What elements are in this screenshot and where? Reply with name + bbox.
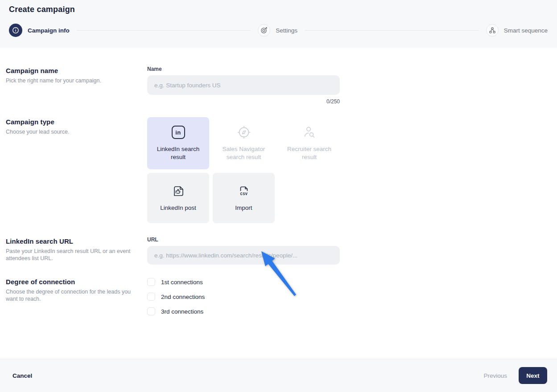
name-field-label: Name xyxy=(147,66,340,72)
char-counter: 0/250 xyxy=(147,98,340,105)
page-title: Create campaign xyxy=(9,5,548,14)
checkbox-2nd-connections[interactable] xyxy=(147,293,155,301)
checkbox-label: 3rd connections xyxy=(161,308,203,315)
svg-text:CSV: CSV xyxy=(240,192,248,196)
linkedin-icon: in xyxy=(172,125,185,139)
checkbox-label: 1st connections xyxy=(161,279,203,286)
step-settings[interactable]: Settings xyxy=(258,24,297,37)
step-label: Settings xyxy=(276,27,297,34)
compass-icon xyxy=(237,125,251,139)
checkbox-row-2nd-connections: 2nd connections xyxy=(147,293,340,301)
info-icon xyxy=(9,24,22,37)
stepper-connector xyxy=(305,30,479,31)
section-label-block: Campaign type Choose your lead source. xyxy=(6,117,147,135)
step-label: Smart sequence xyxy=(504,27,548,34)
csv-file-icon: CSV xyxy=(236,184,252,198)
section-heading: Campaign type xyxy=(6,118,147,126)
next-button[interactable]: Next xyxy=(519,367,547,384)
section-linkedin-search-url: LinkedIn search URL Paste your LinkedIn … xyxy=(6,237,547,265)
sequence-network-icon xyxy=(486,24,499,37)
url-input[interactable] xyxy=(147,246,340,265)
card-label: Import xyxy=(235,204,252,212)
card-label: Sales Navigator search result xyxy=(215,145,272,161)
post-thumbs-up-icon xyxy=(171,184,186,198)
checkbox-label: 2nd connections xyxy=(161,294,205,300)
section-heading: Degree of connection xyxy=(6,278,147,286)
section-campaign-name: Campaign name Pick the right name for yo… xyxy=(6,66,547,105)
section-label-block: Campaign name Pick the right name for yo… xyxy=(6,66,147,84)
url-field-label: URL xyxy=(147,237,340,243)
step-label: Campaign info xyxy=(28,27,70,34)
person-search-icon xyxy=(302,125,317,139)
section-description: Paste your LinkedIn search result URL or… xyxy=(6,248,133,262)
section-label-block: Degree of connection Choose the degree o… xyxy=(6,277,147,303)
step-campaign-info[interactable]: Campaign info xyxy=(9,24,70,37)
section-description: Choose the degree of connection for the … xyxy=(6,288,133,303)
checkbox-3rd-connections[interactable] xyxy=(147,307,155,315)
card-linkedin-search-result[interactable]: in LinkedIn search result xyxy=(147,117,209,169)
checkbox-1st-connections[interactable] xyxy=(147,278,155,286)
section-heading: Campaign name xyxy=(6,67,147,74)
section-description: Pick the right name for your campaign. xyxy=(6,77,133,84)
card-linkedin-post[interactable]: LinkedIn post xyxy=(147,173,209,223)
section-description: Choose your lead source. xyxy=(6,128,133,135)
stepper-connector xyxy=(77,30,251,31)
previous-button[interactable]: Previous xyxy=(483,372,507,379)
card-label: LinkedIn search result xyxy=(150,145,206,161)
section-campaign-type: Campaign type Choose your lead source. i… xyxy=(6,117,547,223)
checkbox-row-3rd-connections: 3rd connections xyxy=(147,307,340,315)
campaign-name-input[interactable] xyxy=(147,75,340,95)
cancel-button[interactable]: Cancel xyxy=(12,372,32,379)
card-label: Recruiter search result xyxy=(281,145,338,161)
stepper: Campaign info Settings xyxy=(9,24,548,37)
campaign-form: Campaign name Pick the right name for yo… xyxy=(0,48,557,359)
footer-bar: Cancel Previous Next xyxy=(0,359,557,392)
target-icon xyxy=(258,24,270,37)
section-degree-of-connection: Degree of connection Choose the degree o… xyxy=(6,277,547,322)
header-band: Create campaign Campaign info xyxy=(0,0,557,48)
card-recruiter-search-result: Recruiter search result xyxy=(278,117,340,169)
checkbox-row-1st-connections: 1st connections xyxy=(147,278,340,286)
step-smart-sequence[interactable]: Smart sequence xyxy=(486,24,548,37)
section-label-block: LinkedIn search URL Paste your LinkedIn … xyxy=(6,237,147,262)
section-heading: LinkedIn search URL xyxy=(6,237,147,245)
card-import[interactable]: CSV Import xyxy=(213,173,275,223)
card-sales-navigator-search-result: Sales Navigator search result xyxy=(213,117,275,169)
card-label: LinkedIn post xyxy=(160,204,196,212)
campaign-type-cards: in LinkedIn search result Sales Navigato… xyxy=(147,117,340,223)
